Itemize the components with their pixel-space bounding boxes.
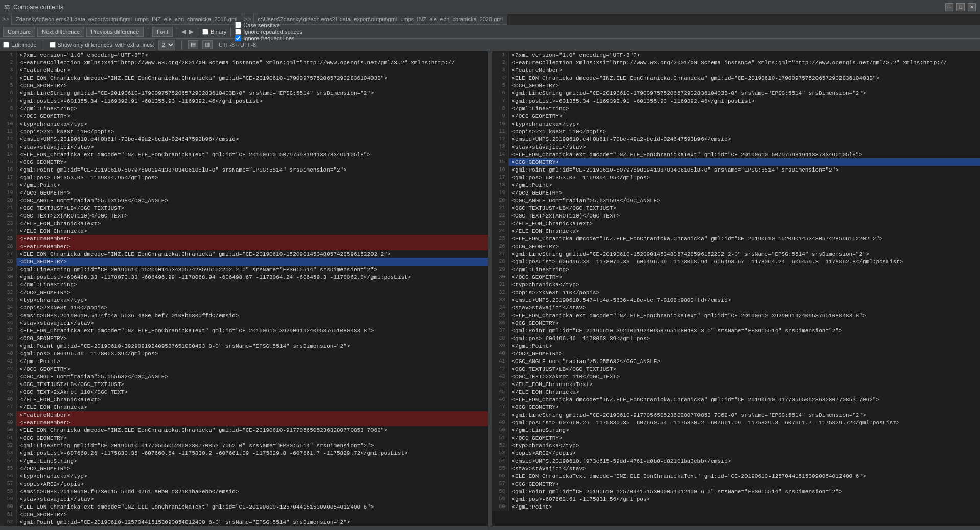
- table-row: 35 <emsid>UMPS.20190610.5474fc4a-5636-4e…: [0, 311, 488, 319]
- table-row: 30 </OCG_GEOMETRY>: [492, 273, 980, 281]
- table-row: 61 <OCG_GEOMETRY>: [0, 511, 488, 518]
- right-code-scroll[interactable]: 1<?xml version="1.0" encoding="UTF-8"?>2…: [492, 51, 980, 526]
- line-number: 10: [0, 120, 16, 128]
- table-row: 6 <gml:LineString gml:id="CE-20190610-17…: [0, 89, 488, 97]
- view-toggle-1[interactable]: ▤: [188, 40, 198, 49]
- view-toggle-2[interactable]: ▥: [202, 40, 213, 49]
- window-controls: ─ □ ✕: [945, 3, 976, 11]
- line-number: 8: [0, 105, 16, 112]
- show-diffs-label: Show only differences, with extra lines:: [58, 42, 154, 48]
- left-pane-arrow[interactable]: >>: [0, 14, 12, 25]
- line-number: 22: [0, 212, 16, 220]
- line-code: <typ>chranicka</typ>: [16, 120, 488, 128]
- line-code: <gml:posList>-606496.33 -1178070.33 -606…: [16, 273, 488, 281]
- right-pane: 1<?xml version="1.0" encoding="UTF-8"?>2…: [492, 51, 980, 526]
- case-sensitive-checkbox[interactable]: [235, 22, 241, 28]
- line-number: 48: [492, 411, 508, 419]
- line-code: <gml:Point gml:id="CE-20190610-125704415…: [508, 488, 980, 495]
- line-code: </gml:LineString>: [508, 266, 980, 273]
- line-number: 20: [0, 197, 16, 204]
- table-row: 52 <gml:LineString gml:id="CE-20190610-9…: [0, 442, 488, 449]
- table-row: 57 <OCG_GEOMETRY>: [492, 480, 980, 488]
- close-button[interactable]: ✕: [968, 3, 976, 11]
- line-number: 18: [0, 181, 16, 189]
- line-code: <OGC_TEXT>2xAkrot 110</OGC_TEXT>: [508, 373, 980, 380]
- line-code: <ELE_EON_Chranicka dmcode="INZ.ELE_EonCh…: [16, 250, 488, 258]
- line-number: 59: [0, 495, 16, 503]
- line-number: 46: [492, 396, 508, 403]
- line-code: <emsid>UMPS.20190610.5474fc4a-5636-4e8e-…: [16, 311, 488, 319]
- line-code: <gml:pos>-601353.03 -1169394.95</gml:pos…: [16, 174, 488, 181]
- table-row: 15 <OCG_GEOMETRY>: [0, 158, 488, 166]
- line-number: 30: [0, 273, 16, 281]
- table-row: 10 <typ>chranicka</typ>: [492, 120, 980, 128]
- encoding-label: UTF-8↔UTF-8: [219, 42, 256, 48]
- file-tabs: >> Zdansky\gt\eon.ems21.data_export\outp…: [0, 14, 980, 25]
- line-number: 7: [0, 97, 16, 105]
- line-number: 44: [492, 380, 508, 388]
- line-number: 52: [0, 442, 16, 449]
- table-row: 54 </gml:LineString>: [0, 457, 488, 465]
- line-number: 35: [0, 311, 16, 319]
- line-number: 53: [0, 449, 16, 457]
- line-number: 11: [492, 128, 508, 135]
- line-number: 31: [0, 281, 16, 288]
- table-row: 44 </ELE_EON_ChranickaText>: [492, 380, 980, 388]
- line-number: 59: [492, 495, 508, 503]
- font-button[interactable]: Font: [152, 27, 173, 37]
- line-code: <gml:LineString gml:id="CE-20190610-1790…: [508, 89, 980, 97]
- line-number: 47: [492, 403, 508, 411]
- next-diff-button[interactable]: Next difference: [37, 27, 84, 37]
- left-file-tab: Zdansky\gt\eon.ems21.data_export\output\…: [12, 14, 242, 25]
- line-number: 38: [492, 334, 508, 342]
- line-code: <FeatureCollection xmlns:xsi="http://www…: [16, 59, 488, 66]
- bottom-scrollbar[interactable]: [0, 526, 980, 530]
- line-code: <typ>chranicka</typ>: [508, 120, 980, 128]
- line-code: <gml:posList>-601355.34 -1169392.91 -601…: [508, 97, 980, 105]
- line-number: 28: [0, 258, 16, 266]
- ignore-repeated-checkbox[interactable]: [235, 29, 241, 35]
- table-row: 21 <OGC_TEXTJUST>LB</OGC_TEXTJUST>: [492, 204, 980, 212]
- nav-prev-icon[interactable]: ◀: [181, 28, 186, 35]
- line-number: 24: [0, 227, 16, 235]
- line-code: <typ>chranicka</typ>: [16, 472, 488, 480]
- line-number: 61: [0, 511, 16, 518]
- left-code-scroll[interactable]: 1<?xml version="1.0" encoding="UTF-8"?>2…: [0, 51, 488, 526]
- line-number: 27: [492, 250, 508, 258]
- show-diffs-checkbox[interactable]: [50, 42, 56, 48]
- line-code: <stav>stávajici</stav>: [16, 495, 488, 503]
- maximize-button[interactable]: □: [956, 3, 965, 11]
- prev-diff-button[interactable]: Previous difference: [86, 27, 144, 37]
- compare-button[interactable]: Compare: [3, 27, 35, 37]
- right-code-table: 1<?xml version="1.0" encoding="UTF-8"?>2…: [492, 51, 980, 511]
- line-code: <OGC_TEXTJUST>LB</OGC_TEXTJUST>: [16, 204, 488, 212]
- nav-next-icon[interactable]: ▶: [189, 28, 194, 35]
- minimize-button[interactable]: ─: [945, 3, 953, 11]
- table-row: 7 <gml:posList>-601355.34 -1169392.91 -6…: [492, 97, 980, 105]
- line-code: <ELE_EON_Chranicka dmcode="INZ.ELE_EonCh…: [508, 74, 980, 82]
- left-file-path: Zdansky\gt\eon.ems21.data_export\output\…: [16, 16, 238, 22]
- line-number: 47: [0, 403, 16, 411]
- case-sensitive-label: Case sensitive: [243, 22, 280, 28]
- line-code: </ELE_EON_ChranickaText>: [508, 220, 980, 227]
- edit-mode-checkbox[interactable]: [3, 42, 9, 48]
- table-row: 25 <FeatureMember>: [0, 235, 488, 243]
- line-number: 54: [492, 457, 508, 465]
- binary-checkbox[interactable]: [202, 29, 208, 35]
- line-number: 42: [492, 365, 508, 373]
- line-code: <ELE_EON_ChranickaText dmcode="INZ.ELE_E…: [508, 151, 980, 158]
- title-bar: ⚖ Compare contents ─ □ ✕: [0, 0, 980, 14]
- app-icon: ⚖: [4, 3, 10, 11]
- table-row: 62 <gml:Point gml:id="CE-20190610-125704…: [0, 518, 488, 526]
- ignore-frequent-checkbox[interactable]: [235, 35, 241, 41]
- line-number: 15: [0, 158, 16, 166]
- line-number: 41: [492, 357, 508, 365]
- extra-lines-select[interactable]: 235: [158, 40, 175, 50]
- line-code: <FeatureCollection xmlns:xsi="http://www…: [508, 59, 980, 66]
- pane-divider: [488, 51, 492, 526]
- left-code-table: 1<?xml version="1.0" encoding="UTF-8"?>2…: [0, 51, 488, 526]
- line-number: 55: [0, 465, 16, 472]
- line-code: <OCG_GEOMETRY>: [508, 158, 980, 166]
- line-code: <ELE_EON_ChranickaText dmcode="INZ.ELE_E…: [508, 472, 980, 480]
- table-row: 27 <ELE_EON_Chranicka dmcode="INZ.ELE_Eo…: [0, 250, 488, 258]
